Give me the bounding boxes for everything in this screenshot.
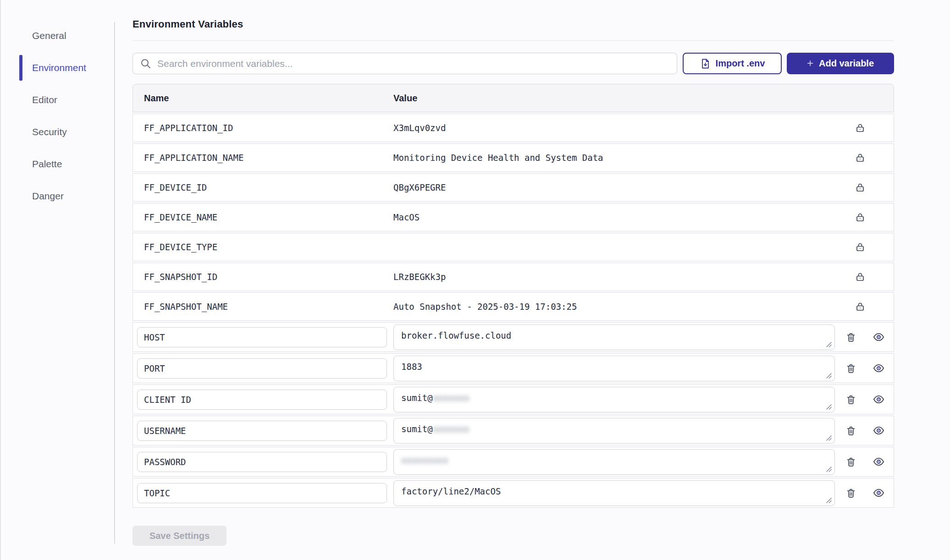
delete-variable-button[interactable] [842, 329, 860, 346]
lock-icon [851, 122, 869, 133]
delete-variable-button[interactable] [842, 453, 860, 471]
save-settings-button[interactable]: Save Settings [133, 526, 226, 546]
import-env-button[interactable]: Import .env [683, 53, 782, 74]
sidebar-item-editor[interactable]: Editor [19, 91, 106, 109]
var-name: FF_APPLICATION_NAME [133, 153, 393, 163]
resize-handle-icon[interactable] [825, 497, 832, 504]
trash-icon [845, 394, 856, 405]
var-value-textarea[interactable]: sumit@xxxxxxx [393, 418, 835, 444]
var-name: FF_DEVICE_TYPE [133, 242, 393, 252]
redacted-value: xxxxxxx [433, 393, 469, 403]
var-name: FF_SNAPSHOT_ID [133, 272, 393, 282]
var-value-text: broker.flowfuse.cloud [401, 330, 511, 340]
toggle-visibility-button[interactable] [870, 329, 887, 346]
lock-icon [851, 301, 869, 312]
var-name-input[interactable] [137, 327, 387, 347]
var-name-input[interactable] [137, 390, 387, 410]
sidebar-item-general[interactable]: General [19, 27, 106, 45]
add-variable-label: Add variable [819, 58, 874, 69]
var-name-input[interactable] [137, 421, 387, 441]
var-value-text: sumit@ [401, 393, 433, 403]
sidebar-item-label: Danger [32, 191, 64, 202]
env-var-row: factory/line2/MacOS [133, 478, 894, 508]
resize-handle-icon[interactable] [825, 403, 832, 410]
redacted-value: xxxxxxxxx [401, 455, 448, 465]
trash-icon [845, 456, 856, 467]
var-value: MacOS [393, 212, 851, 222]
resize-handle-icon[interactable] [825, 372, 832, 379]
env-variables-table: Name Value FF_APPLICATION_ID X3mLqv0zvd … [133, 84, 894, 508]
delete-variable-button[interactable] [842, 360, 860, 377]
var-value: QBgX6PEGRE [393, 182, 851, 192]
import-env-label: Import .env [716, 58, 765, 69]
sidebar-item-label: General [32, 30, 66, 41]
toggle-visibility-button[interactable] [870, 391, 887, 408]
table-row: FF_DEVICE_TYPE [133, 233, 894, 261]
var-name-input[interactable] [137, 483, 387, 503]
sidebar-item-environment[interactable]: Environment [19, 59, 106, 77]
toggle-visibility-button[interactable] [870, 360, 887, 377]
table-row: FF_SNAPSHOT_ID LRzBEGKk3p [133, 263, 894, 291]
redacted-value: xxxxxxx [433, 424, 469, 434]
toggle-visibility-button[interactable] [870, 453, 887, 471]
sidebar-item-danger[interactable]: Danger [19, 187, 106, 205]
eye-icon [873, 394, 884, 405]
delete-variable-button[interactable] [842, 422, 860, 439]
var-name: FF_DEVICE_ID [133, 182, 393, 192]
lock-icon [851, 242, 869, 253]
resize-handle-icon[interactable] [825, 341, 832, 348]
column-header-name: Name [133, 93, 393, 104]
eye-icon [873, 331, 884, 343]
eye-icon [873, 362, 884, 374]
delete-variable-button[interactable] [842, 484, 860, 502]
trash-icon [845, 332, 856, 343]
var-name: FF_SNAPSHOT_NAME [133, 302, 393, 312]
var-name-input[interactable] [137, 358, 387, 379]
sidebar-item-label: Editor [32, 94, 57, 105]
var-value: X3mLqv0zvd [393, 123, 851, 133]
resize-handle-icon[interactable] [825, 466, 832, 472]
var-value-textarea[interactable]: 1883 [393, 356, 835, 381]
var-value-text: factory/line2/MacOS [401, 486, 501, 496]
trash-icon [845, 363, 856, 374]
table-row: FF_APPLICATION_NAME Monitoring Device He… [133, 143, 894, 172]
search-field [133, 53, 677, 74]
sidebar-item-palette[interactable]: Palette [19, 155, 106, 173]
var-value-textarea[interactable]: sumit@xxxxxxx [393, 387, 835, 412]
import-file-icon [700, 58, 711, 69]
var-value-textarea[interactable]: factory/line2/MacOS [393, 480, 835, 506]
lock-icon [851, 212, 869, 223]
toggle-visibility-button[interactable] [870, 484, 887, 502]
table-row: FF_DEVICE_ID QBgX6PEGRE [133, 173, 894, 202]
sidebar-item-security[interactable]: Security [19, 123, 106, 141]
var-value: Auto Snapshot - 2025-03-19 17:03:25 [393, 302, 851, 312]
search-input[interactable] [157, 58, 669, 69]
var-name-input[interactable] [137, 452, 387, 472]
eye-icon [873, 487, 884, 499]
var-value-textarea[interactable]: xxxxxxxxx [393, 449, 835, 475]
delete-variable-button[interactable] [842, 391, 860, 408]
settings-sidebar: General Environment Editor Security Pale… [19, 27, 106, 219]
sidebar-divider [114, 22, 115, 544]
var-value-text: 1883 [401, 362, 422, 372]
title-divider [133, 40, 894, 41]
plus-icon: + [807, 58, 813, 69]
table-row: FF_SNAPSHOT_NAME Auto Snapshot - 2025-03… [133, 292, 894, 321]
toolbar: Import .env + Add variable [133, 53, 894, 74]
resize-handle-icon[interactable] [825, 434, 832, 441]
lock-icon [851, 182, 869, 193]
column-header-value: Value [393, 93, 417, 104]
table-row: FF_DEVICE_NAME MacOS [133, 203, 894, 231]
trash-icon [845, 425, 856, 436]
environment-variables-panel: Environment Variables Import .env + Add … [133, 18, 894, 546]
add-variable-button[interactable]: + Add variable [787, 53, 894, 74]
env-var-row: xxxxxxxxx [133, 447, 894, 477]
sidebar-item-label: Security [32, 126, 67, 137]
table-header: Name Value [133, 84, 894, 112]
toggle-visibility-button[interactable] [870, 422, 887, 439]
lock-icon [851, 271, 869, 282]
var-name: FF_DEVICE_NAME [133, 212, 393, 222]
var-value-textarea[interactable]: broker.flowfuse.cloud [393, 324, 835, 350]
env-var-row: broker.flowfuse.cloud [133, 322, 894, 352]
sidebar-item-label: Environment [32, 62, 86, 73]
